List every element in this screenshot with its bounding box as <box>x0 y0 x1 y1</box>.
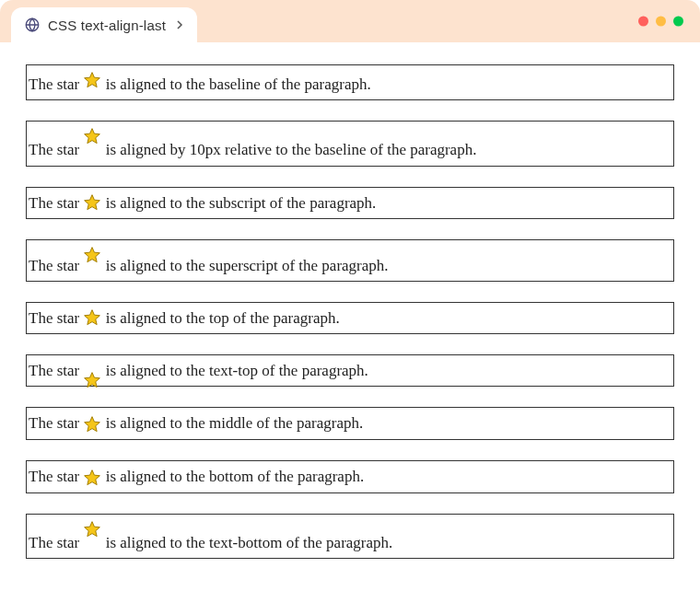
window-controls <box>638 17 683 27</box>
example-prefix: The star <box>29 194 83 212</box>
titlebar: CSS text-align-last <box>0 0 700 42</box>
page-content: The star is aligned to the baseline of t… <box>0 42 700 614</box>
svg-marker-3 <box>85 195 100 210</box>
svg-marker-7 <box>85 417 100 432</box>
example-row: The star is aligned to the text-top of t… <box>26 354 674 387</box>
example-row: The star is aligned by 10px relative to … <box>26 121 674 166</box>
example-row: The star is aligned to the middle of the… <box>26 407 674 440</box>
maximize-window-button[interactable] <box>673 17 683 27</box>
example-row: The star is aligned to the text-bottom o… <box>26 514 674 559</box>
example-suffix: is aligned to the bottom of the paragrap… <box>101 468 364 485</box>
example-prefix: The star <box>29 534 83 551</box>
globe-icon <box>24 17 41 33</box>
example-prefix: The star <box>29 75 83 93</box>
svg-marker-5 <box>85 309 100 324</box>
example-prefix: The star <box>29 414 83 432</box>
example-suffix: is aligned to the text-top of the paragr… <box>101 362 368 379</box>
minimize-window-button[interactable] <box>656 17 666 27</box>
chevron-right-icon <box>175 17 184 33</box>
example-suffix: is aligned to the top of the paragraph. <box>101 309 339 327</box>
svg-marker-2 <box>85 129 100 144</box>
example-suffix: is aligned to the text-bottom of the par… <box>101 534 392 551</box>
example-suffix: is aligned to the baseline of the paragr… <box>101 75 370 93</box>
example-prefix: The star <box>29 468 83 485</box>
close-window-button[interactable] <box>638 17 648 27</box>
svg-marker-6 <box>85 373 100 388</box>
example-prefix: The star <box>29 256 83 273</box>
browser-tab[interactable]: CSS text-align-last <box>11 7 197 42</box>
svg-marker-9 <box>85 521 100 536</box>
example-suffix: is aligned to the superscript of the par… <box>101 256 388 273</box>
example-prefix: The star <box>29 141 83 158</box>
browser-window: CSS text-align-last The star is aligned … <box>0 0 700 614</box>
svg-marker-1 <box>85 73 100 87</box>
example-row: The star is aligned to the top of the pa… <box>26 302 674 334</box>
example-suffix: is aligned to the subscript of the parag… <box>101 194 376 212</box>
svg-marker-4 <box>85 247 100 261</box>
example-prefix: The star <box>29 309 83 327</box>
example-suffix: is aligned to the middle of the paragrap… <box>101 414 363 432</box>
svg-marker-8 <box>85 469 100 484</box>
example-row: The star is aligned to the superscript o… <box>26 239 674 282</box>
example-suffix: is aligned by 10px relative to the basel… <box>101 141 476 158</box>
example-row: The star is aligned to the subscript of … <box>26 187 674 219</box>
tab-title: CSS text-align-last <box>48 17 166 33</box>
example-prefix: The star <box>29 362 83 379</box>
example-row: The star is aligned to the baseline of t… <box>26 64 674 100</box>
example-row: The star is aligned to the bottom of the… <box>26 460 674 492</box>
